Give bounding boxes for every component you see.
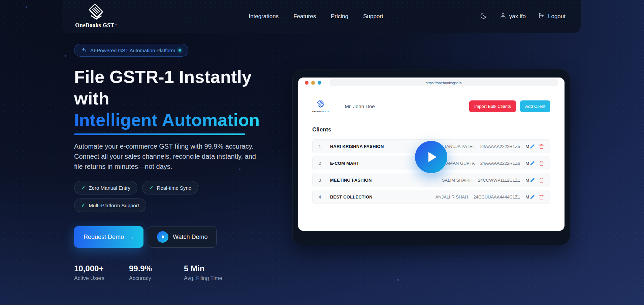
close-dot-icon [305, 81, 309, 85]
delete-trash-icon[interactable] [539, 144, 544, 149]
client-action-m: M [525, 178, 529, 183]
stat-label: Accuracy [129, 275, 184, 281]
hero-title-line2: with [74, 89, 109, 108]
client-gstin: 24CCUUAAA4444C1Z1 [473, 194, 520, 200]
client-name: E-COM MART [330, 161, 359, 166]
title-underline [74, 133, 245, 135]
sparkles-icon [81, 47, 87, 54]
browser-chrome: https://onebooksgst.in [298, 78, 565, 88]
app-user-name: Mr. John Doe [345, 103, 375, 109]
stat-value: 5 Min [184, 264, 222, 273]
url-bar[interactable]: https://onebooksgst.in [329, 79, 558, 86]
hero-badge: AI-Powered GST Automation Platform [74, 44, 188, 57]
nav-item-pricing[interactable]: Pricing [331, 13, 348, 20]
feature-pill-label: Zero Manual Entry [89, 185, 130, 191]
app-brand-name: OneBooks GST+ [312, 110, 329, 113]
stats-row: 10,000+ Active Users 99.9% Accuracy 5 Mi… [74, 264, 269, 281]
client-gstin: 24AAAAA2222R1Z6 [480, 161, 520, 166]
book-logo-icon [316, 100, 325, 110]
theme-toggle[interactable] [480, 12, 487, 21]
delete-trash-icon[interactable] [539, 161, 544, 166]
bg-dot [397, 279, 399, 281]
brand-logo[interactable]: OneBooks GST+ [75, 4, 118, 29]
client-action-m: M [525, 144, 529, 149]
navbar: OneBooks GST+ Integrations Features Pric… [62, 0, 581, 33]
nav-item-support[interactable]: Support [363, 13, 383, 20]
stat-label: Avg. Filing Time [184, 275, 222, 281]
hero-badge-label: AI-Powered GST Automation Platform [90, 48, 175, 53]
client-index: 3 [319, 178, 330, 183]
stat-active-users: 10,000+ Active Users [74, 264, 129, 281]
bg-dot [65, 55, 66, 57]
delete-trash-icon[interactable] [539, 194, 544, 200]
user-menu[interactable]: yax ifo [500, 12, 526, 21]
import-bulk-clients-button[interactable]: Import Bulk Clients [469, 100, 516, 112]
clients-section-title: Clients [312, 126, 550, 133]
feature-pill-label: Multi-Platform Support [89, 203, 139, 208]
check-icon: ✓ [81, 202, 86, 208]
client-index: 1 [319, 144, 330, 149]
client-owner: SALIM SHAIKH [442, 178, 473, 183]
traffic-lights [305, 81, 321, 85]
app-actions: Import Bulk Clients Add Client [469, 100, 550, 112]
logout-label: Logout [548, 13, 566, 20]
delete-trash-icon[interactable] [539, 178, 544, 183]
feature-pill-real-time-sync: ✓ Real-time Sync [142, 181, 198, 194]
video-play-button[interactable] [415, 141, 447, 173]
check-icon: ✓ [149, 185, 154, 191]
badge-status-dot [179, 49, 181, 52]
hero-section: AI-Powered GST Automation Platform File … [74, 44, 269, 281]
check-icon: ✓ [81, 185, 86, 191]
feature-pills: ✓ Zero Manual Entry ✓ Real-time Sync ✓ M… [74, 181, 232, 212]
watch-demo-button[interactable]: Watch Demo [148, 226, 217, 248]
hero-description: Automate your e-commerce GST filing with… [74, 141, 258, 172]
hero-title: File GSTR-1 Instantly with Intelligent A… [74, 66, 269, 131]
client-owner: AMAN GUPTA [446, 161, 475, 166]
stat-accuracy: 99.9% Accuracy [129, 264, 184, 281]
feature-pill-zero-manual-entry: ✓ Zero Manual Entry [74, 181, 137, 194]
edit-pencil-icon[interactable] [530, 161, 535, 166]
nav-item-features[interactable]: Features [293, 13, 316, 20]
app-brand: OneBooks GST+ [312, 100, 329, 113]
edit-pencil-icon[interactable] [530, 194, 535, 200]
url-text: https://onebooksgst.in [425, 81, 461, 85]
client-index: 2 [319, 161, 330, 166]
demo-device-frame: https://onebooksgst.in OneBoo [292, 69, 570, 245]
logout-button[interactable]: Logout [539, 12, 566, 21]
logout-icon [539, 12, 545, 21]
request-demo-label: Request Demo [84, 234, 124, 241]
cta-row: Request Demo → Watch Demo [74, 226, 269, 248]
stat-filing-time: 5 Min Avg. Filing Time [184, 264, 222, 281]
feature-pill-label: Real-time Sync [157, 185, 191, 191]
edit-pencil-icon[interactable] [530, 178, 535, 183]
client-gstin: 24CCWWP1112C1Z1 [478, 178, 520, 183]
client-name: MEETING FASHION [330, 178, 372, 183]
arrow-right-icon: → [128, 234, 134, 241]
maximize-dot-icon [318, 81, 321, 85]
nav-item-integrations[interactable]: Integrations [249, 13, 279, 20]
play-icon [157, 231, 168, 243]
client-row: 4 BEST COLLECTION ANJALI R SHAH 24CCUUAA… [312, 190, 550, 204]
client-index: 4 [319, 194, 330, 200]
client-name: BEST COLLECTION [330, 194, 373, 200]
feature-pill-multi-platform: ✓ Multi-Platform Support [74, 199, 146, 212]
stat-value: 10,000+ [74, 264, 129, 273]
app-header: OneBooks GST+ Mr. John Doe Import Bulk C… [312, 100, 550, 113]
book-logo-icon [88, 4, 105, 21]
hero-title-line1: File GSTR-1 Instantly [74, 67, 252, 87]
moon-icon [480, 12, 487, 21]
stat-label: Active Users [74, 275, 129, 281]
nav-right: yax ifo Logout [480, 12, 566, 21]
request-demo-button[interactable]: Request Demo → [74, 226, 143, 248]
add-client-button[interactable]: Add Client [520, 100, 550, 112]
minimize-dot-icon [311, 81, 315, 85]
bg-dot [26, 6, 27, 8]
user-icon [500, 12, 506, 21]
client-name: HARI KRISHNA FASHION [330, 144, 384, 149]
client-gstin: 24AAAAA2222R1Z5 [480, 144, 520, 149]
client-owner: ANJALI R SHAH [436, 194, 468, 200]
edit-pencil-icon[interactable] [530, 144, 535, 149]
username-label: yax ifo [509, 13, 526, 20]
hero-title-highlight: Intelligent Automation [74, 109, 260, 131]
watch-demo-label: Watch Demo [173, 234, 207, 241]
